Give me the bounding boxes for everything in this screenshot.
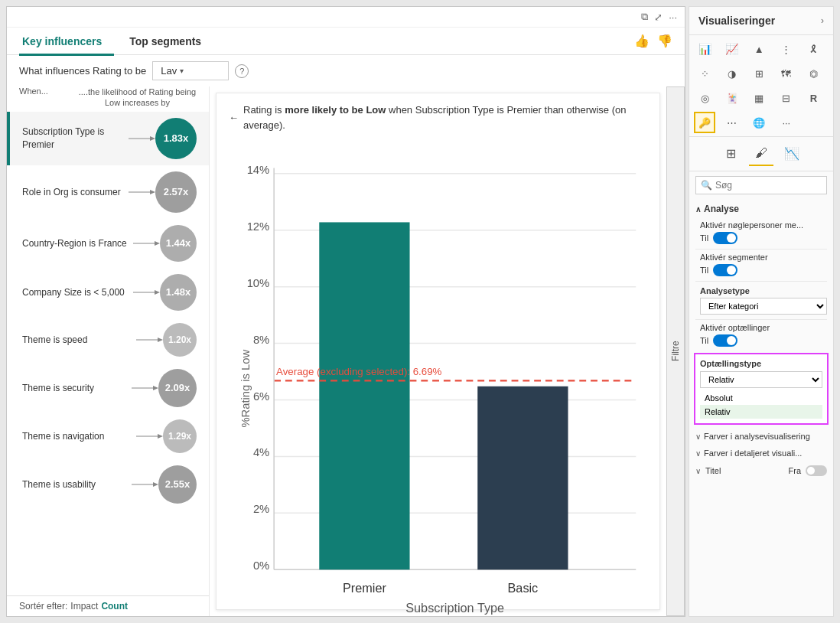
titel-label: Titel [705,466,784,475]
filter-bar: What influences Rating to be Lav ▾ ? [7,55,685,86]
influencer-row[interactable]: Theme is speed 1.20x [7,317,209,363]
influencer-row[interactable]: Theme is security 2.09x [7,363,209,413]
chevron-down-icon: ∨ [695,432,701,441]
arrow-line [136,432,163,441]
influencer-label: Country-Region is France [22,238,133,249]
viz-icon-combo[interactable]: ⋮ [776,38,797,60]
viz-icon-scatter[interactable]: ⁘ [694,63,715,84]
content-area: When... ....the likelihood of Rating bei… [7,86,685,616]
viz-icon-table[interactable]: ▦ [748,87,770,109]
svg-marker-3 [150,190,155,194]
tab-key-influencers[interactable]: Key influencers [19,28,114,56]
back-button[interactable]: ← Rating is more likely to be Low when S… [229,103,647,132]
viz-icon-gauge[interactable]: ◎ [694,87,715,109]
viz-icon-area[interactable]: ▲ [748,38,770,60]
bubble-gray: 2.09x [158,369,197,407]
viz-icon-ribbon[interactable]: 🎗 [803,38,824,60]
filtre-tab[interactable]: Filtre [666,86,685,616]
svg-marker-11 [153,386,158,390]
viz-icon-map[interactable]: 🗺 [776,63,797,84]
analytics-tab-icon[interactable]: 📉 [780,142,804,166]
viz-icon-bar[interactable]: 📊 [694,38,715,60]
viz-icon-key[interactable]: 🔑 [694,112,715,133]
influencer-row[interactable]: Subscription Type is Premier 1.83x [7,112,209,165]
svg-text:Premier: Premier [343,581,386,595]
toggle-row-2: Til [700,264,827,276]
option-relativ[interactable]: Relativ [700,405,822,419]
help-button[interactable]: ? [235,64,249,78]
search-input[interactable] [715,180,830,191]
influencer-row[interactable]: Theme is usability 2.55x [7,459,209,510]
viz-icon-card[interactable]: 🃏 [721,87,743,109]
influencer-row[interactable]: Theme is navigation 1.29x [7,413,209,459]
sep-3 [695,319,827,320]
more-icon[interactable]: ··· [669,11,677,23]
influencer-row[interactable]: Company Size is < 5,000 1.48x [7,268,209,317]
fields-tab-icon[interactable]: ⊞ [718,142,743,166]
toggle-titel[interactable] [806,465,827,476]
influencer-label: Role in Org is consumer [22,187,129,197]
influencer-row[interactable]: Role in Org is consumer 2.57x [7,165,209,219]
chevron-right-icon[interactable]: › [821,15,824,26]
optallings-section: Optællingstype Relativ Absolut Relativ [694,353,829,425]
optallings-dropdown[interactable]: Relativ [700,371,822,388]
thumb-down-icon[interactable]: 👎 [657,34,672,48]
analyse-label: Analyse [704,204,739,214]
arrow-line [133,288,160,297]
analyse-section-header[interactable]: ∧ Analyse [689,199,833,219]
arrow-line [136,335,163,344]
arrow-line [132,480,158,489]
viz-icon-pie[interactable]: ◑ [721,63,743,84]
toggle-3[interactable] [713,334,737,347]
sort-impact-link[interactable]: Impact [70,601,98,612]
sep-1 [695,249,827,250]
viz-icon-matrix[interactable]: ⊟ [776,87,797,109]
aktivér-optalinger-label: Aktivér optællinger [700,323,827,332]
viz-icon-line[interactable]: 📈 [721,38,743,60]
main-panel: ⧉ ⤢ ··· Key influencers Top segments 👍 👎… [6,6,685,617]
aktivér-segmenter-label: Aktivér segmenter [700,253,827,262]
expand-icon[interactable]: ⤢ [654,11,663,23]
bar-basic[interactable] [477,387,568,569]
viz-icon-decomp[interactable]: ⋯ [721,112,743,133]
tab-icons-row: ⊞ 🖌 📉 [689,137,833,171]
farver-analyse-row[interactable]: ∨ Farver i analysevisualisering [689,428,833,445]
aktivér-noglepersoner-label: Aktivér nøglepersoner me... [700,220,827,230]
viz-icon-r[interactable]: R [803,87,824,109]
chevron-down-icon3: ∨ [695,467,701,475]
thumb-up-icon[interactable]: 👍 [634,34,650,48]
toggle-2[interactable] [713,264,737,276]
bar-premier[interactable] [319,222,409,569]
tab-top-segments[interactable]: Top segments [126,28,213,56]
column-headers: When... ....the likelihood of Rating bei… [7,86,209,112]
filtre-label: Filtre [670,341,681,362]
sort-count-link[interactable]: Count [101,601,128,612]
right-panel-title: Visualiseringer [698,15,775,27]
bubble-gray: 1.44x [160,225,197,262]
influencer-label: Theme is security [22,383,132,393]
back-arrow-icon: ← [229,112,239,123]
viz-icon-more[interactable]: ··· [776,112,797,133]
chart-area: %Rating is Low 14% 12% 10% 8% 6% 4% 2% 0… [229,139,647,616]
analysetype-select[interactable]: Efter kategori [700,298,827,315]
filter-icon[interactable]: ⧉ [641,11,648,23]
chevron-down-icon2: ∨ [695,449,701,458]
format-tab-icon[interactable]: 🖌 [749,142,773,166]
viz-icon-treemap[interactable]: ⊞ [748,63,770,84]
viz-icon-funnel[interactable]: ⏣ [803,63,824,84]
influencer-label: Company Size is < 5,000 [22,287,133,298]
influencer-row[interactable]: Country-Region is France 1.44x [7,219,209,268]
filter-dropdown[interactable]: Lav ▾ [152,61,229,80]
svg-text:Subscription Type: Subscription Type [405,601,504,615]
svg-marker-7 [155,290,160,295]
right-panel-header: Visualiseringer › [689,7,833,35]
viz-icon-globe[interactable]: 🌐 [748,112,770,133]
influencers-list: When... ....the likelihood of Rating bei… [7,86,210,616]
toggle-1[interactable] [713,232,737,244]
option-absolut[interactable]: Absolut [700,391,822,405]
viz-icons-row1: 📊 📈 ▲ ⋮ 🎗 [689,35,833,63]
farver-detaljeret-row[interactable]: ∨ Farver i detaljeret visuali... [689,445,833,462]
toggle-label-3: Til [700,336,708,345]
arrow-line [133,239,160,248]
bar-chart: %Rating is Low 14% 12% 10% 8% 6% 4% 2% 0… [229,139,647,616]
